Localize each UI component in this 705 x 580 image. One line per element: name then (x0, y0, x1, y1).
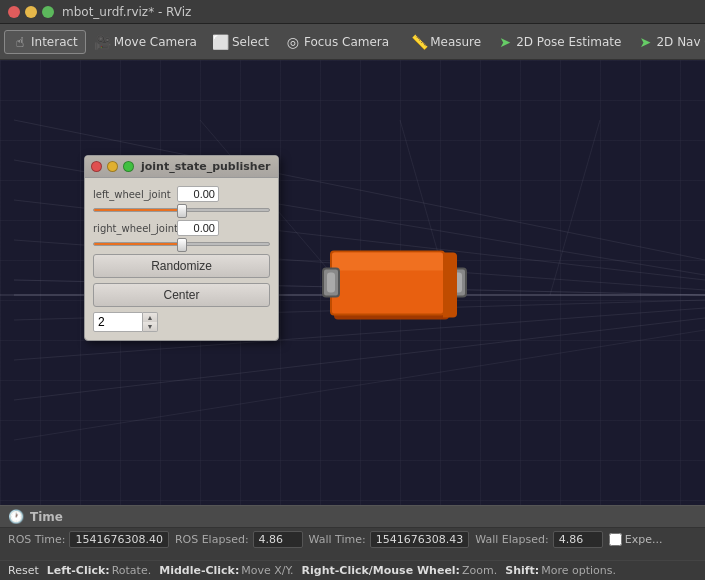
left-wheel-value[interactable] (177, 186, 219, 202)
middle-click-action: Move X/Y. (241, 564, 293, 577)
select-label: Select (232, 35, 269, 49)
wall-elapsed-label: Wall Elapsed: (475, 533, 548, 546)
right-wheel-slider-track[interactable] (93, 242, 270, 246)
select-icon: ⬜ (213, 34, 229, 50)
jsp-minimize-button[interactable] (107, 161, 118, 172)
measure-icon: 📏 (411, 34, 427, 50)
experimental-check[interactable] (609, 533, 622, 546)
wall-time-value: 1541676308.43 (370, 531, 469, 548)
close-button[interactable] (8, 6, 20, 18)
toolbar: ☝ Interact 🎥 Move Camera ⬜ Select ◎ Focu… (0, 24, 705, 60)
statusbar: 🕐 Time ROS Time: 1541676308.40 ROS Elaps… (0, 505, 705, 560)
center-button[interactable]: Center (93, 283, 270, 307)
right-wheel-slider-fill (94, 243, 182, 245)
right-wheel-slider-thumb[interactable] (177, 238, 187, 252)
left-wheel-slider-track[interactable] (93, 208, 270, 212)
svg-line-9 (14, 330, 705, 440)
robot-wheel-right (449, 268, 467, 298)
minimize-button[interactable] (25, 6, 37, 18)
ros-elapsed-field: ROS Elapsed: 4.86 (175, 531, 303, 548)
measure-label: Measure (430, 35, 481, 49)
wheel-inner-right (454, 273, 462, 293)
left-wheel-row: left_wheel_joint (93, 186, 270, 202)
pose-estimate-tool[interactable]: ➤ 2D Pose Estimate (490, 31, 628, 53)
shift-hint: Shift: (505, 564, 539, 577)
right-wheel-label: right_wheel_joint (93, 223, 173, 234)
robot-model (330, 250, 445, 315)
titlebar: mbot_urdf.rviz* - RViz (0, 0, 705, 24)
ros-time-label: ROS Time: (8, 533, 65, 546)
nav-goal-icon: ➤ (637, 34, 653, 50)
robot-wheel-left (322, 268, 340, 298)
hints-bar: Reset Left-Click: Rotate. Middle-Click: … (0, 560, 705, 580)
interact-icon: ☝ (12, 34, 28, 50)
move-camera-icon: 🎥 (95, 34, 111, 50)
spin-buttons: ▲ ▼ (143, 312, 158, 332)
statusbar-fields: ROS Time: 1541676308.40 ROS Elapsed: 4.8… (0, 528, 705, 550)
measure-tool[interactable]: 📏 Measure (404, 31, 488, 53)
jsp-content: left_wheel_joint right_wheel_joint Rando… (85, 178, 278, 340)
move-camera-label: Move Camera (114, 35, 197, 49)
jsp-maximize-button[interactable] (123, 161, 134, 172)
interact-tool[interactable]: ☝ Interact (4, 30, 86, 54)
left-wheel-label: left_wheel_joint (93, 189, 173, 200)
pose-estimate-label: 2D Pose Estimate (516, 35, 621, 49)
clock-icon: 🕐 (8, 509, 24, 524)
right-click-hint: Right-Click/Mouse Wheel: (302, 564, 460, 577)
ros-elapsed-label: ROS Elapsed: (175, 533, 249, 546)
left-wheel-slider-thumb[interactable] (177, 204, 187, 218)
spinbox: ▲ ▼ (93, 312, 270, 332)
shift-action: More options. (541, 564, 616, 577)
middle-click-hint: Middle-Click: (159, 564, 239, 577)
experimental-checkbox[interactable]: Expe... (609, 533, 663, 546)
spin-down-button[interactable]: ▼ (143, 322, 157, 331)
wheel-inner-left (327, 273, 335, 293)
pose-estimate-icon: ➤ (497, 34, 513, 50)
randomize-button[interactable]: Randomize (93, 254, 270, 278)
jsp-title: joint_state_publisher (141, 160, 271, 173)
right-wheel-row: right_wheel_joint (93, 220, 270, 236)
focus-camera-icon: ◎ (285, 34, 301, 50)
right-click-action: Zoom. (462, 564, 497, 577)
statusbar-top: 🕐 Time (0, 506, 705, 528)
joint-state-publisher-window: joint_state_publisher left_wheel_joint r… (84, 155, 279, 341)
nav-goal-label: 2D Nav Goal (656, 35, 705, 49)
svg-line-13 (550, 120, 600, 295)
time-section-label: Time (30, 510, 63, 524)
ros-time-field: ROS Time: 1541676308.40 (8, 531, 169, 548)
move-camera-tool[interactable]: 🎥 Move Camera (88, 31, 204, 53)
experimental-label: Expe... (625, 533, 663, 546)
left-click-hint: Left-Click: (47, 564, 110, 577)
spin-up-button[interactable]: ▲ (143, 313, 157, 322)
reset-label: Reset (8, 564, 39, 577)
spin-input[interactable] (93, 312, 143, 332)
wall-time-field: Wall Time: 1541676308.43 (309, 531, 470, 548)
left-click-action: Rotate. (112, 564, 152, 577)
ros-time-value: 1541676308.40 (69, 531, 168, 548)
right-wheel-value[interactable] (177, 220, 219, 236)
left-wheel-slider-fill (94, 209, 182, 211)
interact-label: Interact (31, 35, 78, 49)
wall-time-label: Wall Time: (309, 533, 366, 546)
ros-elapsed-value: 4.86 (253, 531, 303, 548)
focus-camera-tool[interactable]: ◎ Focus Camera (278, 31, 396, 53)
robot-body (330, 250, 445, 315)
focus-camera-label: Focus Camera (304, 35, 389, 49)
wall-elapsed-value: 4.86 (553, 531, 603, 548)
maximize-button[interactable] (42, 6, 54, 18)
nav-goal-tool[interactable]: ➤ 2D Nav Goal (630, 31, 705, 53)
window-title: mbot_urdf.rviz* - RViz (62, 5, 191, 19)
wall-elapsed-field: Wall Elapsed: 4.86 (475, 531, 602, 548)
select-tool[interactable]: ⬜ Select (206, 31, 276, 53)
jsp-close-button[interactable] (91, 161, 102, 172)
titlebar-buttons (8, 6, 54, 18)
jsp-titlebar: joint_state_publisher (85, 156, 278, 178)
